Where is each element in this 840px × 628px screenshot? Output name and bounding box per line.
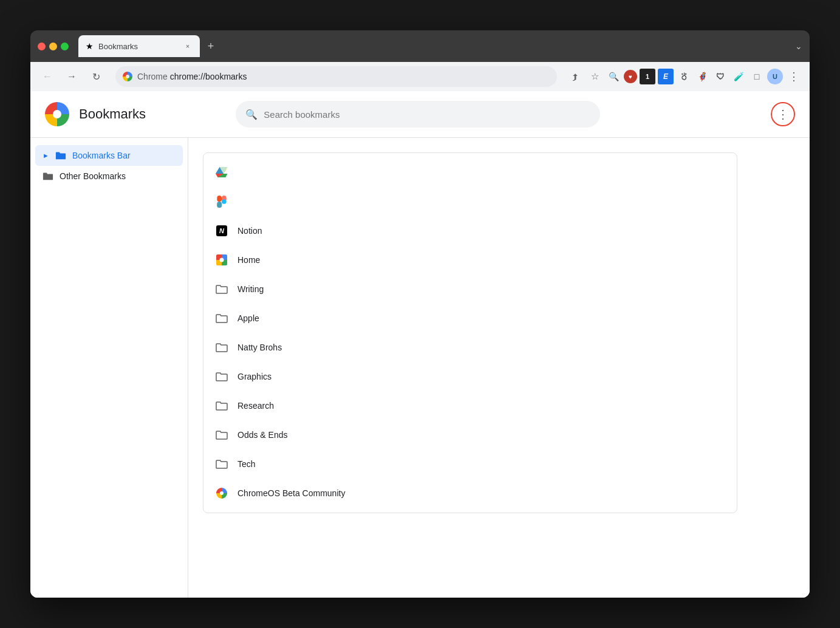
address-path: chrome://bookmarks	[170, 72, 247, 81]
ext-icon-5[interactable]: ⛣	[676, 69, 692, 84]
bookmark-name: ChromeOS Beta Community	[237, 488, 698, 498]
bookmark-name: Research	[237, 401, 698, 411]
sidebar-item-label: Other Bookmarks	[60, 171, 126, 181]
ext-icon-4[interactable]: E	[658, 69, 674, 84]
bookmark-name: Natty Brohs	[237, 343, 698, 352]
page-title: Bookmarks	[79, 106, 146, 122]
svg-rect-0	[217, 196, 222, 202]
list-item[interactable]: Natty Brohs ⋮	[203, 333, 737, 362]
address-bar[interactable]: Chrome chrome://bookmarks	[115, 66, 557, 87]
fullscreen-button[interactable]	[61, 43, 69, 50]
page-content: Bookmarks 🔍 ⋮ ► B	[30, 91, 810, 598]
list-item[interactable]: ⋮	[203, 158, 737, 187]
reload-button[interactable]: ↻	[86, 67, 106, 86]
list-item[interactable]: N Notion ⋮	[203, 216, 737, 245]
bookmark-name: Notion	[237, 226, 698, 236]
svg-point-3	[222, 199, 227, 204]
bookmark-favicon-gdrive	[216, 166, 228, 179]
tab-title: Bookmarks	[98, 42, 178, 51]
bookmark-folder-icon	[216, 458, 228, 470]
bookmark-name: Graphics	[237, 372, 698, 381]
chevron-right-icon: ►	[43, 152, 49, 159]
bookmark-favicon-home	[216, 254, 228, 266]
home-favicon	[216, 254, 227, 265]
tab-close-button[interactable]: ×	[183, 41, 193, 51]
sidebar-item-label: Bookmarks Bar	[72, 151, 131, 160]
toolbar-icons: ⮭ ☆ 🔍 ♥ 1 E ⛣ 🦸 🛡 🧪 □ U ⋮	[567, 68, 802, 85]
sidebar: ► Bookmarks Bar Other Bookmarks	[30, 138, 188, 598]
chrome-icon	[123, 72, 132, 81]
bookmark-icon[interactable]: ☆	[586, 68, 603, 85]
sidebar-item-other-bookmarks[interactable]: Other Bookmarks	[35, 166, 183, 186]
search-input[interactable]	[264, 109, 590, 120]
title-bar: ★ Bookmarks × + ⌄	[30, 30, 810, 62]
tab-expand-icon[interactable]: ⌄	[795, 41, 802, 51]
chrome-menu-icon[interactable]: ⋮	[785, 68, 802, 85]
ext-icon-7[interactable]: 🛡	[712, 69, 728, 84]
address-text: Chrome chrome://bookmarks	[137, 72, 550, 81]
ext-icon-2[interactable]: ♥	[624, 70, 637, 83]
active-tab[interactable]: ★ Bookmarks ×	[78, 35, 200, 57]
bookmark-favicon-notion: N	[216, 225, 228, 237]
tab-favicon: ★	[86, 41, 94, 51]
ext-icon-9[interactable]: □	[749, 69, 765, 84]
bookmark-name: Writing	[237, 284, 698, 294]
close-button[interactable]	[38, 43, 46, 50]
ext-icon-1[interactable]: 🔍	[606, 69, 621, 84]
new-tab-button[interactable]: +	[202, 38, 219, 55]
bookmark-folder-icon	[216, 341, 228, 353]
notion-icon: N	[216, 225, 227, 236]
list-item[interactable]: Graphics ⋮	[203, 362, 737, 391]
svg-rect-4	[217, 202, 222, 208]
chrome-logo	[45, 102, 69, 126]
search-container: 🔍	[236, 101, 600, 128]
bookmark-folder-icon	[216, 400, 228, 412]
search-icon: 🔍	[245, 109, 258, 120]
share-icon[interactable]: ⮭	[567, 68, 584, 85]
content-area: ► Bookmarks Bar Other Bookmarks	[30, 138, 810, 598]
sidebar-item-bookmarks-bar[interactable]: ► Bookmarks Bar	[35, 145, 183, 166]
bookmark-folder-icon	[216, 370, 228, 383]
main-area: ⋮	[188, 138, 810, 598]
ext-icon-6[interactable]: 🦸	[694, 69, 710, 84]
bookmark-favicon-figma	[216, 196, 228, 208]
bookmark-folder-icon	[216, 283, 228, 295]
tab-bar: ★ Bookmarks × + ⌄	[78, 35, 802, 57]
nav-bar: ← → ↻ Chrome chrome://bookmarks ⮭ ☆ 🔍 ♥ …	[30, 62, 810, 91]
bookmark-name: Tech	[237, 459, 698, 469]
profile-avatar[interactable]: U	[767, 69, 783, 84]
folder-icon-gray	[43, 171, 53, 182]
more-menu-button[interactable]: ⋮	[771, 102, 795, 126]
list-item[interactable]: Writing ⋮	[203, 275, 737, 304]
ext-icon-3[interactable]: 1	[640, 69, 655, 84]
bookmarks-card: ⋮	[203, 152, 737, 513]
address-favicon	[123, 72, 132, 81]
list-item[interactable]: Research ⋮	[203, 391, 737, 420]
traffic-lights	[38, 43, 69, 50]
list-item[interactable]: Tech ⋮	[203, 449, 737, 479]
bookmark-folder-icon	[216, 429, 228, 441]
chromeos-favicon	[216, 488, 227, 499]
list-item[interactable]: ChromeOS Beta Community ⋮	[203, 479, 737, 508]
list-item[interactable]: Home ⋮	[203, 245, 737, 275]
list-item[interactable]: ⋮	[203, 187, 737, 216]
bookmark-name: Apple	[237, 313, 698, 323]
forward-button[interactable]: →	[62, 67, 81, 86]
bookmark-favicon-chromeos	[216, 487, 228, 499]
list-item[interactable]: Odds & Ends ⋮	[203, 420, 737, 449]
bookmark-folder-icon	[216, 312, 228, 324]
bookmark-name: Home	[237, 255, 698, 265]
page-header: Bookmarks 🔍 ⋮	[30, 91, 810, 138]
folder-icon	[55, 150, 66, 161]
list-item[interactable]: Apple ⋮	[203, 304, 737, 333]
bookmark-name: Odds & Ends	[237, 430, 698, 440]
address-scheme: Chrome	[137, 72, 168, 81]
search-bar: 🔍	[236, 101, 600, 128]
browser-window: ★ Bookmarks × + ⌄ ← → ↻ Chrome chrome://…	[30, 30, 810, 598]
ext-icon-8[interactable]: 🧪	[731, 69, 746, 84]
back-button[interactable]: ←	[38, 67, 57, 86]
minimize-button[interactable]	[49, 43, 57, 50]
